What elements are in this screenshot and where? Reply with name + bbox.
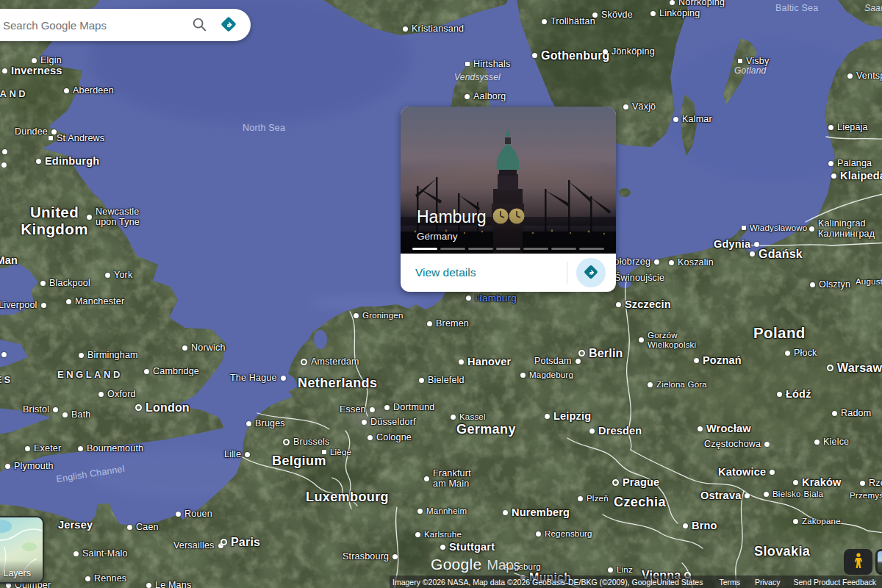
map-label-caen[interactable]: Caen bbox=[127, 522, 159, 532]
map-label-wroc-aw[interactable]: Wrocław bbox=[698, 423, 751, 434]
map-label-plze[interactable]: Plzeň bbox=[578, 494, 609, 503]
map-label-bremen[interactable]: Bremen bbox=[427, 318, 469, 329]
map-label-lille[interactable]: Lille bbox=[224, 449, 250, 459]
card-directions-button[interactable] bbox=[576, 258, 606, 287]
map-label-cambridge[interactable]: Cambridge bbox=[144, 366, 199, 376]
map-label-liep-ja[interactable]: Liepāja bbox=[828, 122, 868, 132]
map-label-koszalin[interactable]: Koszalin bbox=[669, 257, 714, 268]
search-bar[interactable] bbox=[0, 9, 251, 41]
map-label-hanover[interactable]: Hanover bbox=[459, 356, 511, 368]
map-label-oxford[interactable]: Oxford bbox=[98, 389, 136, 399]
map-label-pozna[interactable]: Poznań bbox=[694, 354, 742, 366]
map-label-aberdeen[interactable]: Aberdeen bbox=[64, 85, 114, 96]
map-label-potsdam[interactable]: Potsdam bbox=[534, 356, 581, 366]
directions-button[interactable] bbox=[214, 10, 243, 40]
map-label-isle-of-man[interactable]: Isle of Man bbox=[0, 254, 18, 266]
map-label-w-adys-awowo[interactable]: Władysławowo bbox=[742, 223, 807, 233]
map-label-paris[interactable]: Paris bbox=[220, 536, 260, 549]
map-label-krak-w[interactable]: Kraków bbox=[793, 476, 842, 488]
map-label-sk-vde[interactable]: Skövde bbox=[592, 10, 633, 20]
map-label-liverpool[interactable]: Liverpool bbox=[0, 300, 46, 310]
terms-link[interactable]: Terms bbox=[719, 578, 740, 587]
map-label-warsaw[interactable]: Warsaw bbox=[827, 362, 882, 375]
map-label-groningen[interactable]: Groningen bbox=[354, 311, 404, 320]
map-label-regensburg[interactable]: Regensburg bbox=[536, 529, 592, 539]
map-label-birmingham[interactable]: Birmingham bbox=[79, 350, 138, 360]
map-label-rzesz-w[interactable]: Rzeszów bbox=[860, 478, 882, 488]
map-label-inverness[interactable]: Inverness bbox=[2, 65, 62, 76]
feedback-link[interactable]: Send Product Feedback bbox=[793, 578, 876, 587]
map-label-visby[interactable]: Visby bbox=[738, 56, 769, 66]
map-label-stuttgart[interactable]: Stuttgart bbox=[440, 541, 495, 553]
map-label-klaipeda[interactable]: Klaipeda bbox=[831, 170, 882, 182]
map-label-york[interactable]: York bbox=[105, 270, 132, 280]
map-label-gothenburg[interactable]: Gothenburg bbox=[532, 49, 610, 62]
map-label-stirling[interactable]: Stirling bbox=[0, 146, 7, 157]
map-label-saint-malo[interactable]: Saint-Malo bbox=[74, 548, 128, 559]
map-label-blackpool[interactable]: Blackpool bbox=[40, 278, 90, 288]
search-input[interactable] bbox=[1, 18, 184, 32]
map-label-dot[interactable] bbox=[1, 162, 10, 168]
map-label-norwich[interactable]: Norwich bbox=[182, 343, 226, 353]
search-button[interactable] bbox=[184, 10, 214, 40]
map-label-kalmar[interactable]: Kalmar bbox=[673, 114, 712, 124]
map-label-bath[interactable]: Bath bbox=[62, 409, 91, 420]
map-label-mannheim[interactable]: Mannheim bbox=[417, 506, 467, 516]
map-label-bournemouth[interactable]: Bournemouth bbox=[78, 443, 143, 453]
map-label-dortmund[interactable]: Dortmund bbox=[384, 402, 434, 412]
map-label-nuremberg[interactable]: Nuremberg bbox=[503, 506, 570, 518]
map-label-norrk-ping[interactable]: Norrköping bbox=[670, 0, 725, 7]
map-label-karlsruhe[interactable]: Karlsruhe bbox=[415, 530, 462, 539]
map-label-leipzig[interactable]: Leipzig bbox=[545, 410, 591, 422]
map-label-kristiansand[interactable]: Kristiansand bbox=[403, 24, 464, 34]
map-label-august-w[interactable]: Augustów bbox=[856, 277, 882, 287]
map-label-bristol[interactable]: Bristol bbox=[23, 404, 58, 415]
map-label-winouj-cie[interactable]: Świnoujście bbox=[614, 273, 664, 283]
map-label-exeter[interactable]: Exeter bbox=[25, 443, 61, 453]
pegman-control[interactable] bbox=[844, 549, 872, 575]
map-label-newcastle-upon-tyne[interactable]: Newcastleupon Tyne bbox=[87, 207, 140, 227]
map-label-kaliningrad[interactable]: KaliningradКалининград bbox=[809, 218, 875, 239]
map-label-gorz-w-wielkopolski[interactable]: GorzówWielkopolski bbox=[639, 331, 696, 350]
map-label-brussels[interactable]: Brussels bbox=[283, 437, 330, 447]
map-label-manchester[interactable]: Manchester bbox=[66, 296, 124, 306]
map-label-d-sseldorf[interactable]: Düsseldorf bbox=[362, 417, 416, 427]
map-label-brno[interactable]: Brno bbox=[683, 520, 717, 531]
map-label-v-xj[interactable]: Växjö bbox=[623, 101, 656, 112]
map-label-jersey[interactable]: Jersey bbox=[58, 519, 93, 531]
map-label-radom[interactable]: Radom bbox=[832, 408, 871, 418]
map-label-kielce[interactable]: Kielce bbox=[814, 437, 849, 447]
map-label-le-mans[interactable]: Le Mans bbox=[146, 580, 191, 588]
map-label-przemy-l[interactable]: Przemyśl bbox=[850, 491, 882, 501]
map-label-szczecin[interactable]: Szczecin bbox=[616, 298, 671, 310]
map-label-p-ock[interactable]: Płock bbox=[785, 348, 817, 358]
map-label-li-ge[interactable]: Liège bbox=[322, 448, 351, 457]
map-label-dresden[interactable]: Dresden bbox=[589, 425, 642, 437]
map-label-aalborg[interactable]: Aalborg bbox=[465, 91, 506, 101]
map-label-d[interactable]: Łódź bbox=[777, 388, 811, 400]
map-label-prague[interactable]: Prague bbox=[612, 476, 659, 488]
map-label-bielefeld[interactable]: Bielefeld bbox=[419, 375, 465, 385]
map-label-cologne[interactable]: Cologne bbox=[368, 432, 412, 442]
map-label-elgin[interactable]: Elgin bbox=[32, 55, 62, 65]
view-details-link[interactable]: View details bbox=[415, 266, 476, 279]
map-label-essen[interactable]: Essen bbox=[340, 404, 375, 415]
map-label-the-hague[interactable]: The Hague bbox=[230, 373, 286, 383]
map-label-palanga[interactable]: Palanga bbox=[828, 158, 872, 168]
map-label-trollh-ttan[interactable]: Trollhättan bbox=[542, 16, 595, 26]
map-label-frankfurt-am-main[interactable]: Frankfurtam Main bbox=[424, 468, 471, 489]
map-label-cz-stochowa[interactable]: Częstochowa bbox=[704, 439, 770, 449]
privacy-link[interactable]: Privacy bbox=[755, 578, 780, 587]
map-label-gda-sk[interactable]: Gdańsk bbox=[750, 248, 803, 261]
map-label-zielona-g-ra[interactable]: Zielona Góra bbox=[648, 380, 707, 390]
map-label-zakopane[interactable]: Zakopane bbox=[793, 517, 841, 526]
map-label-kassel[interactable]: Kassel bbox=[451, 412, 486, 422]
map-label-olsztyn[interactable]: Olsztyn bbox=[810, 279, 850, 290]
layers-control[interactable]: ◈ Layers bbox=[0, 516, 44, 584]
map-label-versailles[interactable]: Versailles bbox=[173, 540, 223, 551]
map-label-dot[interactable] bbox=[1, 352, 10, 357]
map-label-st-andrews[interactable]: St Andrews bbox=[49, 133, 104, 143]
map-label-magdeburg[interactable]: Magdeburg bbox=[520, 370, 573, 380]
map-label-rennes[interactable]: Rennes bbox=[85, 573, 126, 584]
map-label-plymouth[interactable]: Plymouth bbox=[5, 461, 54, 471]
